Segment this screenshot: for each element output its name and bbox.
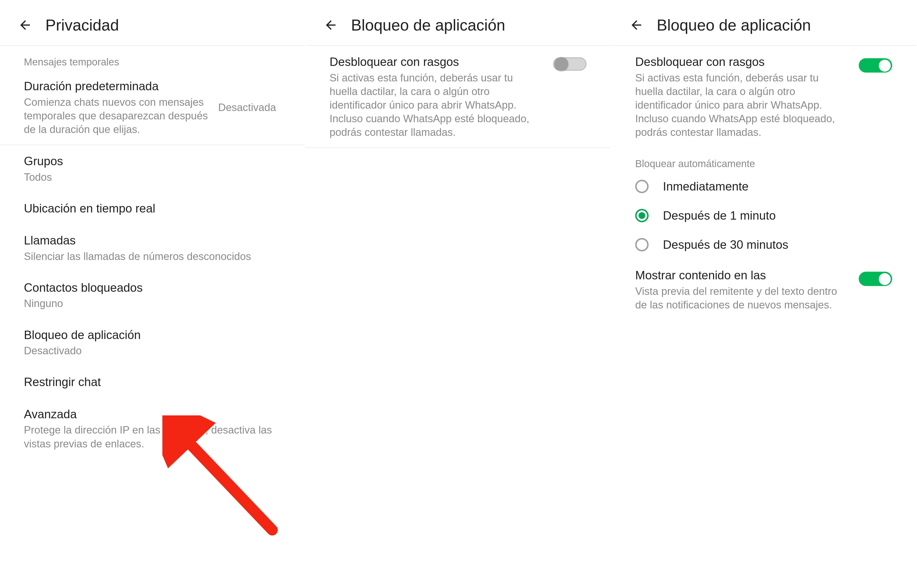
item-title: Desbloquear con rasgos (330, 55, 539, 69)
radio-icon[interactable] (635, 180, 649, 193)
item-advanced[interactable]: Avanzada Protege la dirección IP en las … (0, 398, 305, 459)
item-subtitle: Desactivado (24, 344, 281, 357)
item-unlock-biometrics[interactable]: Desbloquear con rasgos Si activas esta f… (611, 46, 916, 147)
item-subtitle: Si activas esta función, deberás usar tu… (635, 71, 844, 139)
item-live-location[interactable]: Ubicación en tiempo real (0, 192, 305, 225)
item-calls[interactable]: Llamadas Silenciar las llamadas de númer… (0, 225, 305, 272)
item-title: Mostrar contenido en las (635, 268, 844, 283)
item-groups[interactable]: Grupos Todos (0, 145, 305, 192)
item-subtitle: Comienza chats nuevos con mensajes tempo… (24, 95, 209, 136)
back-arrow-icon[interactable] (15, 15, 36, 36)
radio-option-immediately[interactable]: Inmediatamente (611, 172, 916, 201)
item-show-content[interactable]: Mostrar contenido en las Vista previa de… (611, 259, 916, 320)
panel-app-lock-on: Bloqueo de aplicación Desbloquear con ra… (611, 0, 917, 588)
back-arrow-icon[interactable] (320, 15, 341, 36)
item-unlock-biometrics[interactable]: Desbloquear con rasgos Si activas esta f… (306, 46, 610, 147)
item-title: Grupos (24, 154, 281, 169)
item-title: Bloqueo de aplicación (24, 328, 281, 342)
item-subtitle: Si activas esta función, deberás usar tu… (330, 71, 539, 139)
page-title: Bloqueo de aplicación (657, 16, 811, 34)
toggle-switch[interactable] (859, 55, 892, 73)
header-bar: Bloqueo de aplicación (611, 10, 916, 45)
header-bar: Bloqueo de aplicación (306, 10, 610, 45)
item-subtitle: Silenciar las llamadas de números descon… (24, 249, 281, 263)
item-subtitle: Todos (24, 170, 281, 184)
radio-icon[interactable] (635, 238, 649, 251)
item-subtitle: Ninguno (24, 297, 281, 310)
item-value: Desactivada (218, 102, 281, 113)
item-title: Avanzada (24, 407, 281, 422)
toggle-switch[interactable] (859, 268, 892, 286)
panel-app-lock-off: Bloqueo de aplicación Desbloquear con ra… (306, 0, 611, 588)
divider (306, 147, 610, 148)
radio-icon[interactable] (635, 209, 649, 222)
item-app-lock[interactable]: Bloqueo de aplicación Desactivado (0, 319, 305, 366)
radio-label: Después de 30 minutos (663, 238, 788, 252)
item-default-duration[interactable]: Duración predeterminada Comienza chats n… (0, 70, 305, 145)
radio-label: Inmediatamente (663, 179, 749, 193)
radio-label: Después de 1 minuto (663, 208, 776, 223)
panel-privacy: Privacidad Mensajes temporales Duración … (0, 0, 306, 588)
radio-option-30-minutes[interactable]: Después de 30 minutos (611, 230, 916, 259)
header-bar: Privacidad (0, 10, 305, 45)
item-restrict-chat[interactable]: Restringir chat (0, 366, 305, 398)
item-title: Duración predeterminada (24, 79, 209, 94)
item-title: Desbloquear con rasgos (635, 55, 844, 69)
item-subtitle: Protege la dirección IP en las llamadas,… (24, 423, 281, 450)
page-title: Privacidad (45, 16, 119, 34)
item-blocked-contacts[interactable]: Contactos bloqueados Ninguno (0, 272, 305, 319)
item-subtitle: Vista previa del remitente y del texto d… (635, 284, 844, 312)
section-header-temp-msgs: Mensajes temporales (0, 46, 305, 70)
item-title: Llamadas (24, 233, 281, 248)
section-header-auto-lock: Bloquear automáticamente (611, 147, 916, 172)
back-arrow-icon[interactable] (626, 15, 647, 36)
radio-option-1-minute[interactable]: Después de 1 minuto (611, 201, 916, 230)
toggle-switch[interactable] (553, 55, 587, 73)
item-title: Ubicación en tiempo real (24, 201, 281, 216)
item-title: Contactos bloqueados (24, 280, 281, 295)
page-title: Bloqueo de aplicación (351, 16, 505, 34)
item-title: Restringir chat (24, 375, 281, 389)
